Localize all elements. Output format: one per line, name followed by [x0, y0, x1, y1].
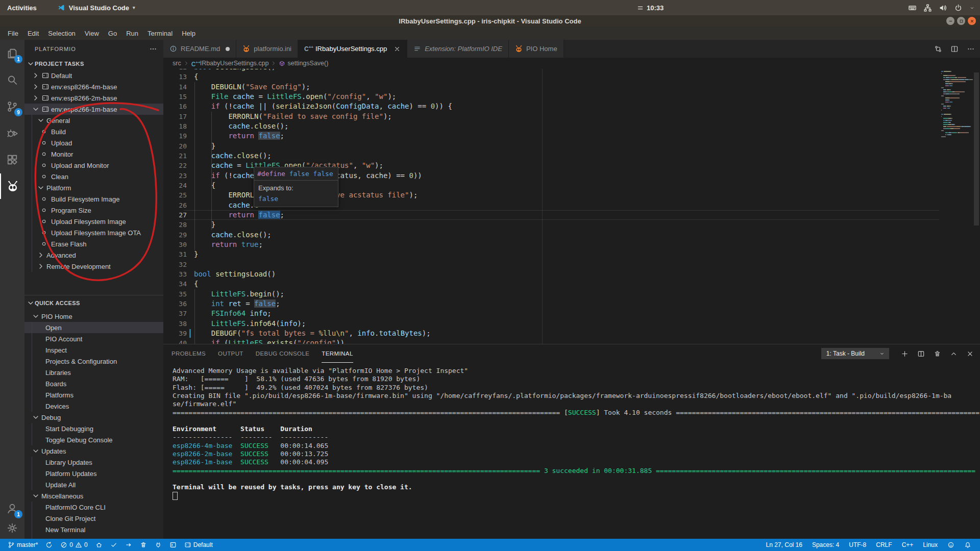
menu-run[interactable]: Run — [121, 30, 143, 37]
activities-button[interactable]: Activities — [7, 4, 37, 12]
status-language-mode[interactable]: C++ — [898, 539, 917, 551]
panel-tab-output[interactable]: OUTPUT — [218, 345, 243, 363]
activitybar-item-settings[interactable] — [0, 515, 24, 541]
status-sync[interactable] — [43, 539, 55, 551]
split-terminal-icon[interactable] — [917, 350, 925, 358]
app-menu-button[interactable]: Visual Studio Code ▾ — [57, 4, 135, 12]
code-line[interactable]: 38 LittleFS.info64(info); — [163, 319, 980, 329]
tab-readme-md[interactable]: README.md — [163, 40, 236, 58]
minimize-button[interactable] — [946, 17, 954, 25]
sidebar-item-platformio-core-cli[interactable]: PlatformIO Core CLI — [24, 502, 163, 513]
chev-down-sm-icon[interactable] — [969, 5, 975, 11]
sidebar-item-clean[interactable]: Clean — [24, 171, 163, 182]
sidebar-item-pio-account[interactable]: PIO Account — [24, 333, 163, 344]
sidebar-item-build-filesystem-image[interactable]: Build Filesystem Image — [24, 193, 163, 205]
activitybar-item-source-control[interactable]: 9 — [0, 94, 24, 119]
code-line[interactable]: 13{ — [163, 72, 980, 82]
maximize-panel-icon[interactable] — [950, 350, 958, 358]
tab-pio-home[interactable]: PIO Home — [509, 40, 564, 58]
status-pio-upload[interactable] — [122, 539, 135, 551]
project-tasks-header[interactable]: PROJECT TASKS — [24, 58, 163, 70]
activitybar-item-platformio[interactable] — [0, 173, 24, 199]
sidebar-item-new-terminal[interactable]: New Terminal — [24, 524, 163, 535]
code-line[interactable]: 36 int ret = false; — [163, 299, 980, 309]
activitybar-item-run-and-debug[interactable] — [0, 120, 24, 146]
sidebar-item-library-updates[interactable]: Library Updates — [24, 457, 163, 468]
sidebar-item-open[interactable]: Open — [24, 322, 163, 333]
menu-file[interactable]: File — [3, 30, 23, 37]
code-line[interactable]: 31} — [163, 249, 980, 259]
status-indentation[interactable]: Spaces: 4 — [808, 539, 843, 551]
network-icon[interactable] — [923, 4, 932, 12]
breadcrumb-item-src[interactable]: src — [173, 60, 181, 67]
sidebar-item-projects-configuration[interactable]: Projects & Configuration — [24, 356, 163, 367]
code-line[interactable]: 19 return false; — [163, 131, 980, 141]
code-line[interactable]: 28 } — [163, 220, 980, 230]
breadcrumb-item-irbabyusersettings-cpp[interactable]: C++IRbabyUserSettings.cpp — [191, 60, 269, 67]
status-feedback[interactable] — [944, 539, 958, 551]
more-actions-icon[interactable] — [967, 45, 975, 53]
sidebar-item-default[interactable]: Default — [24, 70, 163, 81]
sidebar-item-build[interactable]: Build — [24, 126, 163, 137]
sidebar-item-general[interactable]: General — [24, 115, 163, 126]
kill-terminal-icon[interactable] — [934, 350, 941, 358]
sidebar-item-devices[interactable]: Devices — [24, 400, 163, 412]
terminal-output[interactable]: Advanced Memory Usage is available via "… — [173, 367, 980, 549]
close-panel-icon[interactable] — [966, 350, 974, 358]
sidebar-item-boards[interactable]: Boards — [24, 378, 163, 389]
status-notifications[interactable] — [961, 539, 975, 551]
code-line[interactable]: 39 DEBUGF("fs total bytes = %llu\n", inf… — [163, 329, 980, 338]
sidebar-item-upload-filesystem-image-ota[interactable]: Upload Filesystem Image OTA — [24, 227, 163, 238]
status-pio-build[interactable] — [108, 539, 120, 551]
sidebar-item-inspect[interactable]: Inspect — [24, 344, 163, 356]
sidebar-item-env-esp8266-1m-base[interactable]: env:esp8266-1m-base — [24, 104, 163, 115]
close-icon[interactable] — [394, 45, 401, 53]
code-line[interactable]: 21 cache.close(); — [163, 151, 980, 161]
status-pio-clean[interactable] — [137, 539, 150, 551]
new-terminal-icon[interactable] — [901, 350, 909, 358]
status-pio-serial-monitor[interactable] — [152, 539, 164, 551]
sidebar-item-upload[interactable]: Upload — [24, 137, 163, 148]
code-line[interactable]: 33bool settingsLoad() — [163, 269, 980, 279]
status-pio-home[interactable] — [93, 539, 105, 551]
status-problems[interactable]: 00 — [58, 539, 90, 551]
menu-edit[interactable]: Edit — [23, 30, 43, 37]
code-line[interactable]: 37 FSInfo64 info; — [163, 309, 980, 318]
keyboard-icon[interactable] — [908, 4, 917, 12]
status-pio-env[interactable]: Default — [182, 539, 215, 551]
sidebar-item-upload-filesystem-image[interactable]: Upload Filesystem Image — [24, 216, 163, 227]
breadcrumb-item-settingssave[interactable]: settingsSave() — [279, 60, 328, 67]
close-button[interactable] — [968, 17, 976, 25]
sidebar-item-debug[interactable]: Debug — [24, 412, 163, 423]
status-git-branch[interactable]: master* — [5, 539, 40, 551]
status-eol[interactable]: CRLF — [872, 539, 895, 551]
tab-extension-platformio-ide[interactable]: Extension: PlatformIO IDE — [407, 40, 509, 58]
sidebar-item-env-esp8266-4m-base[interactable]: env:esp8266-4m-base — [24, 81, 163, 92]
menu-go[interactable]: Go — [104, 30, 121, 37]
code-line[interactable]: 20 } — [163, 141, 980, 151]
sidebar-item-clone-git-project[interactable]: Clone Git Project — [24, 513, 163, 524]
tab-irbabyusersettings-cpp[interactable]: C++IRbabyUserSettings.cpp — [298, 40, 407, 58]
sidebar-item-env-esp8266-2m-base[interactable]: env:esp8266-2m-base — [24, 92, 163, 104]
code-line[interactable]: 27 return false; — [163, 210, 980, 220]
panel-tab-debug-console[interactable]: DEBUG CONSOLE — [256, 345, 310, 363]
sidebar-item-upgrade-platformio-core[interactable]: Upgrade PlatformIO Core — [24, 535, 163, 539]
sidebar-item-monitor[interactable]: Monitor — [24, 148, 163, 160]
sidebar-item-program-size[interactable]: Program Size — [24, 205, 163, 216]
sidebar-item-platforms[interactable]: Platforms — [24, 389, 163, 400]
code-line[interactable]: 29 cache.close(); — [163, 230, 980, 240]
code-line[interactable]: 16 if (!cache || (serializeJson(ConfigDa… — [163, 102, 980, 111]
split-editor-icon[interactable] — [950, 45, 959, 53]
code-line[interactable]: 34{ — [163, 279, 980, 289]
quick-access-header[interactable]: QUICK ACCESS — [24, 295, 163, 311]
sidebar-item-remote-development[interactable]: Remote Development — [24, 261, 163, 272]
sidebar-item-miscellaneous[interactable]: Miscellaneous — [24, 490, 163, 502]
status-remote-name[interactable]: Linux — [919, 539, 941, 551]
menu-view[interactable]: View — [80, 30, 104, 37]
activitybar-item-search[interactable] — [0, 67, 24, 93]
sidebar-item-pio-home[interactable]: PIO Home — [24, 311, 163, 322]
sidebar-item-updates[interactable]: Updates — [24, 445, 163, 457]
sidebar-item-libraries[interactable]: Libraries — [24, 367, 163, 378]
menu-help[interactable]: Help — [177, 30, 200, 37]
sidebar-item-platform[interactable]: Platform — [24, 182, 163, 193]
